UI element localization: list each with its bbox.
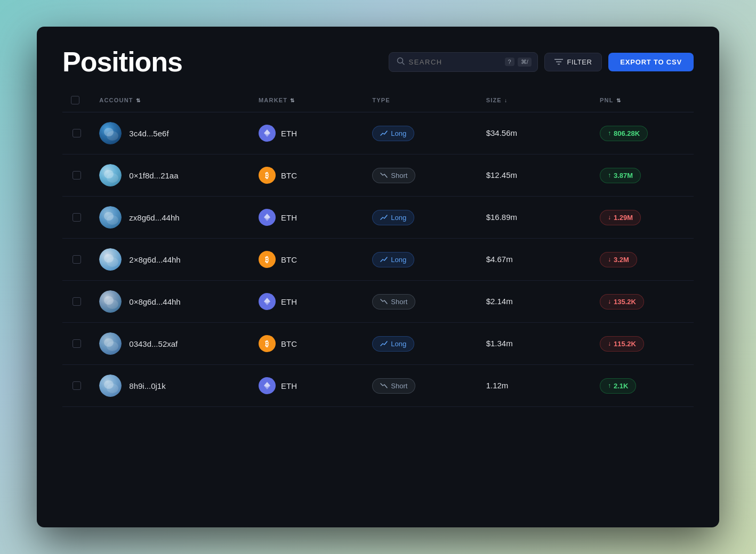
type-label: Long [391,129,406,137]
filter-icon [554,59,563,65]
market-name: ETH [281,129,297,138]
row-checkbox-cell[interactable] [62,239,91,281]
table-row[interactable]: 8h9i...0j1k ETH Short 1.12m ↑ 2.1K [62,365,694,407]
eth-icon [259,293,276,310]
pnl-cell: ↓ 1.29M [591,197,694,239]
eth-icon [259,377,276,394]
type-chart-icon [380,256,388,264]
size-cell: 1.12m [478,365,591,407]
row-checkbox[interactable] [73,213,81,222]
market-name: ETH [281,213,297,222]
market-cell: ETH [250,281,364,323]
table-row[interactable]: 0×1f8d...21aa ₿ BTC Short $12.45m ↑ 3.87… [62,154,694,197]
size-value: $1.34m [486,339,513,348]
pnl-arrow-icon: ↑ [608,382,611,389]
col-header-pnl[interactable]: PNL ⇅ [591,88,694,112]
shortcut-cmd: ⌘/ [518,58,532,67]
positions-table: ACCOUNT ⇅ MARKET ⇅ TYPE [62,88,694,407]
col-header-account[interactable]: ACCOUNT ⇅ [91,88,250,112]
account-sort-icon: ⇅ [136,97,141,103]
type-badge: Short [372,294,415,309]
select-all-checkbox[interactable] [71,96,79,104]
export-button[interactable]: EXPORT TO CSV [608,53,694,71]
type-label: Long [391,256,406,264]
col-header-type[interactable]: TYPE [364,88,477,112]
table-row[interactable]: 0×8g6d...44hh ETH Short $2.14m ↓ 135.2K [62,281,694,323]
table-row[interactable]: 2×8g6d...44hh ₿ BTC Long $4.67m ↓ 3.2M [62,239,694,281]
search-shortcuts: ? ⌘/ [505,58,532,67]
col-header-market[interactable]: MARKET ⇅ [250,88,364,112]
size-value: $2.14m [486,297,513,306]
pnl-badge: ↑ 806.28K [600,126,648,141]
account-cell: 0×1f8d...21aa [91,154,250,197]
row-checkbox-cell[interactable] [62,112,91,154]
type-label: Long [391,214,406,222]
select-all-cell[interactable] [62,88,91,112]
row-checkbox[interactable] [73,129,81,137]
row-checkbox-cell[interactable] [62,197,91,239]
pnl-value: 135.2K [614,298,636,306]
search-bar[interactable]: ? ⌘/ [389,52,538,72]
account-name: zx8g6d...44hh [129,213,179,222]
filter-button[interactable]: FILTER [544,53,602,71]
row-checkbox-cell[interactable] [62,154,91,197]
market-cell: ETH [250,112,364,154]
size-cell: $34.56m [478,112,591,154]
pnl-arrow-icon: ↑ [608,129,611,137]
type-badge: Long [372,252,414,267]
svg-point-38 [107,384,118,393]
market-col-label: MARKET [259,97,287,103]
account-name: 0343d...52xaf [129,339,178,348]
col-header-size[interactable]: SIZE ↓ [478,88,591,112]
pnl-cell: ↓ 135.2K [591,281,694,323]
market-cell: ₿ BTC [250,323,364,365]
search-input[interactable] [409,58,498,66]
row-checkbox[interactable] [73,255,81,264]
type-chart-icon [380,298,388,306]
market-name: BTC [281,339,297,348]
eth-icon [259,125,276,142]
main-window: Positions ? ⌘/ [37,27,719,527]
filter-label: FILTER [567,58,592,66]
row-checkbox[interactable] [73,339,81,348]
svg-point-28 [107,299,118,309]
type-chart-icon [380,172,388,180]
market-name: ETH [281,381,297,390]
table-row[interactable]: 0343d...52xaf ₿ BTC Long $1.34m ↓ 115.2K [62,323,694,365]
account-cell: 8h9i...0j1k [91,365,250,407]
type-chart-icon [380,129,388,137]
account-cell: 0×8g6d...44hh [91,281,250,323]
pnl-arrow-icon: ↓ [608,214,611,221]
row-checkbox[interactable] [73,171,81,180]
pnl-cell: ↑ 806.28K [591,112,694,154]
page-title: Positions [62,46,182,78]
table-container: ACCOUNT ⇅ MARKET ⇅ TYPE [37,88,719,527]
pnl-sort-icon: ⇅ [616,97,621,103]
pnl-badge: ↓ 1.29M [600,210,641,225]
type-col-label: TYPE [372,97,390,103]
size-sort-icon: ↓ [504,97,508,103]
svg-point-8 [107,131,118,141]
row-checkbox-cell[interactable] [62,281,91,323]
pnl-value: 115.2K [614,340,636,348]
type-cell: Long [364,112,477,154]
type-cell: Long [364,197,477,239]
row-checkbox-cell[interactable] [62,365,91,407]
account-col-label: ACCOUNT [99,97,133,103]
pnl-cell: ↑ 3.87M [591,154,694,197]
row-checkbox[interactable] [73,297,81,306]
type-label: Short [391,172,407,180]
row-checkbox-cell[interactable] [62,323,91,365]
size-cell: $16.89m [478,197,591,239]
size-value: $12.45m [486,170,517,180]
type-cell: Short [364,281,477,323]
row-checkbox[interactable] [73,381,81,390]
table-row[interactable]: 3c4d...5e6f ETH Long $34.56m ↑ 806.28K [62,112,694,154]
account-cell: 3c4d...5e6f [91,112,250,154]
account-name: 2×8g6d...44hh [129,255,180,264]
table-row[interactable]: zx8g6d...44hh ETH Long $16.89m ↓ 1.29M [62,197,694,239]
account-name: 8h9i...0j1k [129,381,165,390]
pnl-arrow-icon: ↓ [608,340,611,347]
pnl-arrow-icon: ↑ [608,172,611,179]
export-label: EXPORT TO CSV [620,58,682,66]
